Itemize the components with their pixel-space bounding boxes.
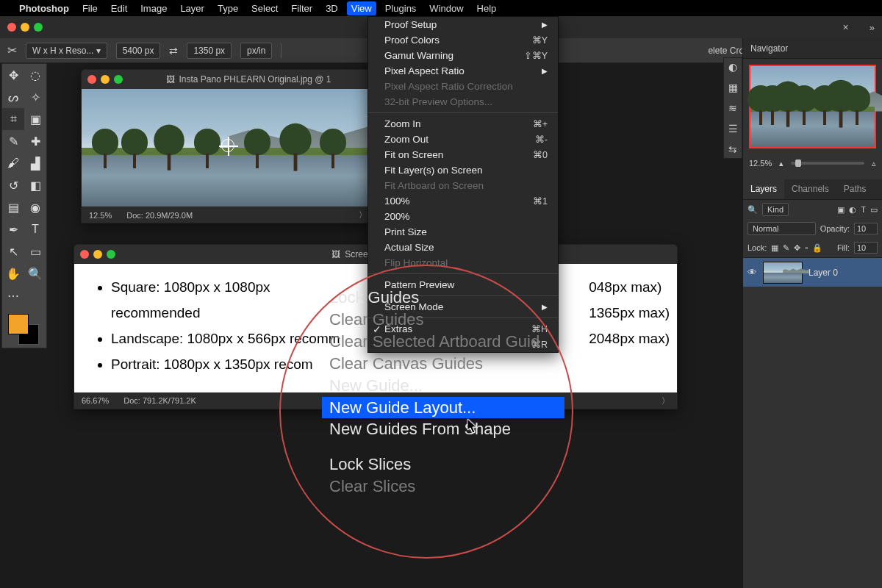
zoom-icon[interactable] (107, 250, 115, 259)
menu-plugins[interactable]: Plugins (385, 3, 417, 14)
move-tool-icon[interactable]: ✥ (2, 64, 24, 86)
close-icon[interactable] (7, 23, 16, 32)
menu-view[interactable]: View (347, 1, 376, 15)
layer-name[interactable]: Layer 0 (808, 268, 838, 278)
app-name[interactable]: Photoshop (19, 3, 69, 14)
properties-panel-icon[interactable]: ⇆ (728, 143, 737, 155)
document-window-1[interactable]: 🖼Insta Pano PHLEARN Original.jpg @ 1 12.… (81, 69, 375, 223)
menu-select[interactable]: Select (251, 3, 278, 14)
minimize-icon[interactable] (101, 75, 110, 84)
menu-item[interactable]: Extras⌘H (368, 321, 558, 337)
lock-brush-icon[interactable]: ✎ (783, 243, 789, 253)
status-arrow-icon[interactable]: 〉 (359, 209, 367, 220)
swatches-panel-icon[interactable]: ▦ (728, 82, 738, 93)
menu-window[interactable]: Window (429, 3, 463, 14)
history-brush-icon[interactable]: ↺ (2, 174, 24, 196)
opacity-input[interactable] (854, 223, 878, 234)
menu-layer[interactable]: Layer (180, 3, 204, 14)
fill-input[interactable] (854, 242, 878, 254)
stamp-tool-icon[interactable]: ▟ (24, 152, 46, 174)
workspace-menu-icon[interactable]: » (870, 22, 875, 33)
menu-type[interactable]: Type (218, 3, 238, 14)
zoom-tool-icon[interactable]: 🔍 (24, 262, 46, 284)
menu-item[interactable]: Zoom Out⌘- (368, 132, 558, 147)
workspace-close-icon[interactable]: × (843, 21, 849, 33)
frame-tool-icon[interactable]: ▣ (24, 108, 46, 130)
minimize-icon[interactable] (21, 23, 29, 32)
filter-image-icon[interactable]: ▣ (837, 205, 845, 215)
visibility-toggle-icon[interactable]: 👁 (747, 267, 757, 278)
wand-tool-icon[interactable]: ✧ (24, 86, 46, 108)
menu-edit[interactable]: Edit (111, 3, 127, 14)
menu-item[interactable]: Fit Layer(s) on Screen (368, 162, 558, 178)
ratio-preset-select[interactable]: W x H x Reso... ▾ (26, 43, 107, 59)
view-menu-dropdown[interactable]: Proof Setup▶Proof Colors⌘YGamut Warning⇧… (368, 16, 559, 353)
document-canvas[interactable] (82, 89, 374, 207)
menu-image[interactable]: Image (140, 3, 167, 14)
menu-item[interactable]: Proof Colors⌘Y (368, 32, 558, 48)
blend-mode-select[interactable]: Normal (747, 222, 816, 235)
tab-layers[interactable]: Layers (743, 179, 784, 199)
swap-dimensions-icon[interactable]: ⇄ (169, 45, 178, 57)
window-controls[interactable] (7, 23, 43, 32)
close-icon[interactable] (80, 250, 89, 259)
menu-item[interactable]: Print Size (368, 224, 558, 240)
color-panel-icon[interactable]: ◐ (728, 61, 737, 73)
lasso-tool-icon[interactable]: ᔕ (2, 86, 24, 108)
hand-tool-icon[interactable]: ✋ (2, 262, 24, 284)
filter-type-icon[interactable]: T (861, 205, 866, 214)
menu-3d[interactable]: 3D (326, 3, 338, 14)
type-tool-icon[interactable]: T (24, 218, 46, 240)
zoom-in-icon[interactable]: ▵ (872, 159, 876, 168)
gradient-tool-icon[interactable]: ▤ (2, 196, 24, 218)
menu-file[interactable]: File (82, 3, 98, 14)
edit-toolbar-icon[interactable]: ⋯ (2, 284, 24, 306)
tab-paths[interactable]: Paths (836, 179, 874, 199)
eraser-tool-icon[interactable]: ◧ (24, 174, 46, 196)
tab-channels[interactable]: Channels (784, 179, 836, 199)
document-zoom[interactable]: 66.67% (82, 396, 109, 405)
foreground-color-swatch[interactable] (8, 314, 29, 334)
menu-item[interactable]: Zoom In⌘+ (368, 116, 558, 132)
layer-filter-kind[interactable]: Kind (762, 203, 789, 216)
zoom-out-icon[interactable]: ▴ (779, 159, 784, 168)
resolution-unit-select[interactable]: px/in (240, 43, 272, 59)
menu-item[interactable]: Proof Setup▶ (368, 17, 558, 32)
marquee-tool-icon[interactable]: ◌ (24, 64, 46, 86)
menu-item[interactable]: Gamut Warning⇧⌘Y (368, 48, 558, 63)
lock-artboard-icon[interactable]: ▫ (805, 243, 808, 252)
menu-item[interactable]: 100%⌘1 (368, 193, 558, 209)
document-zoom[interactable]: 12.5% (89, 211, 112, 220)
document-canvas[interactable]: Square: 1080px x 1080px recommended Land… (74, 264, 372, 392)
shape-tool-icon[interactable]: ▭ (24, 240, 46, 262)
libraries-panel-icon[interactable]: ☰ (728, 123, 738, 135)
menu-help[interactable]: Help (477, 3, 497, 14)
navigator-zoom-value[interactable]: 12.5% (749, 159, 772, 168)
layer-row[interactable]: 👁 Layer 0 (743, 257, 882, 287)
path-tool-icon[interactable]: ↖ (2, 240, 24, 262)
navigator-zoom-slider[interactable] (791, 162, 864, 165)
minimize-icon[interactable] (93, 250, 102, 259)
menu-item[interactable]: ⌘R (368, 337, 558, 352)
zoom-icon[interactable] (114, 75, 123, 84)
brush-tool-icon[interactable]: 🖌 (2, 152, 24, 174)
crop-center-icon[interactable] (221, 139, 234, 152)
crop-tool-icon[interactable]: ⌗ (2, 108, 24, 130)
layer-thumbnail[interactable] (763, 262, 803, 284)
eyedropper-tool-icon[interactable]: ✎ (2, 130, 24, 152)
adjust-panel-icon[interactable]: ≋ (728, 102, 737, 114)
menu-filter[interactable]: Filter (291, 3, 312, 14)
blur-tool-icon[interactable]: ◉ (24, 196, 46, 218)
menu-item[interactable]: Pattern Preview (368, 277, 558, 293)
heal-tool-icon[interactable]: ✚ (24, 130, 46, 152)
menu-item[interactable]: Fit on Screen⌘0 (368, 147, 558, 162)
lock-transparency-icon[interactable]: ▦ (771, 243, 778, 253)
zoom-icon[interactable] (34, 23, 43, 32)
menu-item[interactable]: 200% (368, 209, 558, 224)
color-swatches[interactable] (5, 311, 43, 343)
menu-item[interactable]: Screen Mode▶ (368, 299, 558, 315)
filter-shape-icon[interactable]: ▭ (870, 205, 878, 215)
lock-all-icon[interactable]: 🔒 (812, 243, 822, 253)
lock-position-icon[interactable]: ✥ (794, 243, 800, 253)
pen-tool-icon[interactable]: ✒ (2, 218, 24, 240)
